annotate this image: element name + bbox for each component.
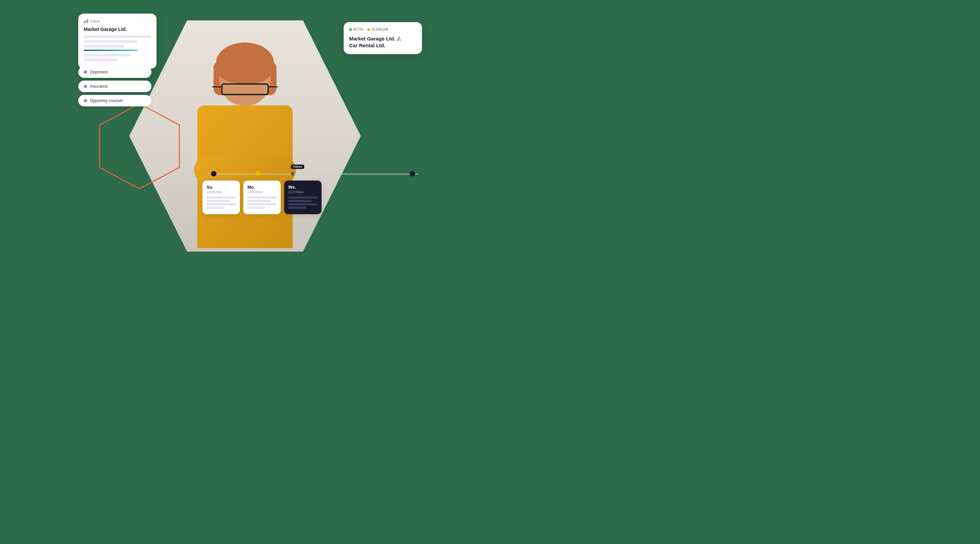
svg-marker-0 <box>100 104 179 189</box>
day-skeleton-mo-4 <box>247 207 265 209</box>
client-card: Client Market Garage Ltd. <box>78 14 156 69</box>
chart-icon <box>84 19 88 23</box>
timeline-dot-end <box>410 171 415 176</box>
skeleton-3 <box>84 45 124 48</box>
day-skeleton-4 <box>207 207 224 209</box>
pill-insurance[interactable]: Insurance <box>78 81 151 92</box>
client-card-header: Client <box>84 19 151 23</box>
skeleton-2 <box>84 40 137 43</box>
client-label: Client <box>90 19 100 23</box>
timeline-dot-today <box>291 172 294 175</box>
day-skeleton-we-3 <box>288 203 318 205</box>
pill-dot-opponent <box>84 70 87 74</box>
day-card-we: We. 12/27/2024 <box>284 181 321 214</box>
day-abbr-mo: Mo. <box>247 185 277 190</box>
day-skeleton-3 <box>207 203 236 205</box>
pill-opponent[interactable]: Opponent <box>78 66 151 78</box>
skeleton-accent <box>84 50 137 51</box>
client-title: Market Garage Ltd. <box>84 27 151 32</box>
amount-badge: 10.000,00€ <box>367 27 388 31</box>
status-label: ACTIV <box>353 27 363 31</box>
case-card-header: ACTIV 10.000,00€ <box>349 27 417 31</box>
day-abbr-su: Su. <box>207 185 236 190</box>
skeleton-4 <box>84 54 131 56</box>
day-skeleton-1 <box>207 197 236 198</box>
status-dot-green <box>349 28 352 31</box>
pill-list: Opponent Insurance Opposing counsel <box>78 66 151 106</box>
case-card: ACTIV 10.000,00€ Market Garage Ltd. ./. … <box>344 22 422 54</box>
timeline-dashed-line <box>208 174 418 174</box>
skeleton-5 <box>84 59 118 61</box>
timeline-track: TODAY <box>201 171 425 176</box>
case-title-line1: Market Garage Ltd. ./. <box>349 36 401 41</box>
day-skeleton-mo-2 <box>247 200 271 202</box>
timeline-section: TODAY Su. 11/23/2024 Mo. 11/24/2024 <box>201 171 425 214</box>
pill-label-insurance: Insurance <box>90 84 108 89</box>
pill-opposing-counsel[interactable]: Opposing counsel <box>78 95 151 106</box>
hair <box>216 43 274 83</box>
woman-figure <box>187 27 303 252</box>
timeline-dot-1 <box>211 171 216 176</box>
day-skeleton-2 <box>207 200 230 202</box>
day-skeleton-we-1 <box>288 197 318 198</box>
status-dot-yellow <box>367 28 370 31</box>
day-card-mo: Mo. 11/24/2024 <box>243 181 281 214</box>
case-amount: 10.000,00€ <box>371 27 388 31</box>
day-skeleton-mo-3 <box>247 203 277 205</box>
pill-label-opponent: Opponent <box>90 70 108 75</box>
day-skeleton-we-2 <box>288 200 312 202</box>
timeline-dot-2 <box>255 171 261 176</box>
skeleton-1 <box>84 35 151 38</box>
timeline-cards: Su. 11/23/2024 Mo. 11/24/2024 We. 12/27/… <box>201 181 425 214</box>
today-badge: TODAY <box>291 165 304 169</box>
status-badge-active: ACTIV <box>349 27 363 31</box>
day-abbr-we: We. <box>288 185 318 190</box>
pill-label-opposing-counsel: Opposing counsel <box>90 98 123 103</box>
day-date-su: 11/23/2024 <box>207 190 236 194</box>
case-title: Market Garage Ltd. ./. Car Rental Ltd. <box>349 35 417 49</box>
main-scene: Client Market Garage Ltd. Opponent Insur… <box>58 3 432 269</box>
day-date-mo: 11/24/2024 <box>247 190 277 194</box>
pill-dot-insurance <box>84 85 87 88</box>
glasses <box>221 83 269 95</box>
day-skeleton-mo-1 <box>247 197 277 198</box>
hex-outline-decoration <box>95 102 184 190</box>
day-card-su: Su. 11/23/2024 <box>202 181 240 214</box>
day-date-we: 12/27/2024 <box>288 190 318 194</box>
day-skeleton-we-4 <box>288 207 306 209</box>
pill-dot-opposing-counsel <box>84 99 87 102</box>
case-title-line2: Car Rental Ltd. <box>349 43 385 48</box>
